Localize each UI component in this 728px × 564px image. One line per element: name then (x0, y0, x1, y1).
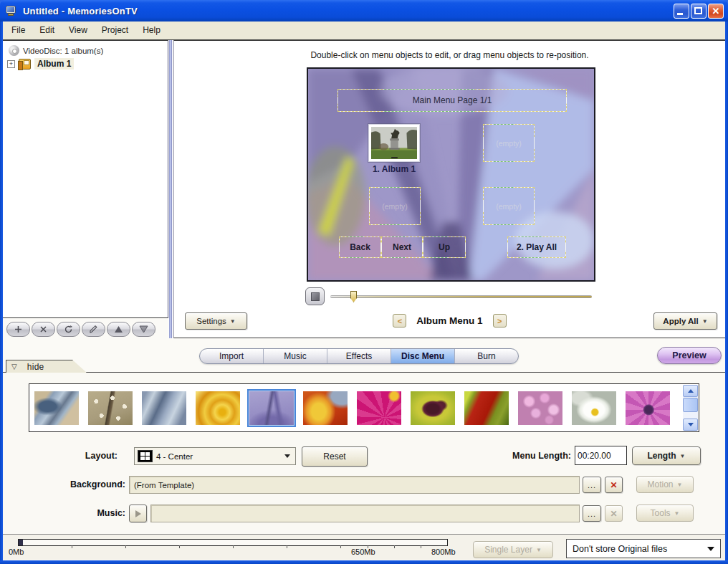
tools-button[interactable]: Tools▼ (636, 505, 694, 522)
stop-button[interactable] (305, 287, 325, 305)
scroll-down-button[interactable] (683, 419, 698, 431)
reset-button[interactable]: Reset (302, 446, 368, 467)
next-menu-button[interactable]: > (493, 314, 507, 328)
disc-menu-preview[interactable]: Main Menu Page 1/1 (307, 67, 595, 282)
template-thumbnail-green-tulip[interactable] (411, 391, 455, 425)
preview-button[interactable]: Preview (657, 347, 722, 364)
slider-thumb[interactable] (350, 291, 357, 302)
prev-menu-button[interactable]: < (393, 314, 406, 328)
capacity-fill (19, 540, 23, 545)
template-thumbnail-pink-blossoms[interactable] (518, 391, 562, 425)
album-icon (19, 59, 31, 70)
template-thumbnail-ribbon-bow[interactable] (34, 391, 79, 425)
panel-splitter[interactable] (168, 40, 173, 338)
dropdown-arrow-icon: ▼ (674, 510, 680, 517)
empty-slot-bottom-right[interactable]: (empty) (483, 187, 535, 225)
template-thumbnail-orange-tulip[interactable] (303, 391, 348, 425)
preview-slider[interactable] (330, 295, 592, 298)
window-frame-bottom (0, 560, 728, 564)
music-browse-button[interactable]: ... (583, 505, 601, 522)
menu-edit[interactable]: Edit (32, 22, 62, 39)
template-thumbnail-red-tulip-leaves[interactable] (464, 391, 509, 425)
capacity-tick (340, 545, 341, 548)
tab-import[interactable]: Import (200, 349, 264, 363)
menu-help[interactable]: Help (135, 22, 168, 39)
store-files-value: Don't store Original files (573, 544, 707, 554)
music-label: Music: (54, 508, 125, 518)
menu-length-input[interactable] (575, 446, 627, 465)
background-field[interactable]: (From Template) (129, 476, 580, 494)
template-thumbnail-list (29, 384, 670, 431)
layout-dropdown[interactable]: 4 - Center (134, 447, 296, 465)
album-tree-panel: VideoDisc: 1 album(s) + Album 1 (3, 40, 168, 318)
maximize-button[interactable] (691, 4, 707, 19)
tree-expand-icon[interactable]: + (7, 60, 15, 68)
filmstrip-scrollbar (683, 385, 698, 431)
tab-effects[interactable]: Effects (327, 349, 391, 363)
length-button[interactable]: Length▼ (632, 446, 701, 465)
template-thumbnail-purple-tulip[interactable] (249, 391, 294, 425)
menu-up-button-object[interactable]: Up (423, 236, 466, 258)
template-thumbnail-purple-daisy[interactable] (626, 391, 670, 425)
template-filmstrip (29, 383, 699, 432)
template-thumbnail-pink-gerbera[interactable] (357, 391, 401, 425)
close-icon: ✕ (712, 6, 720, 16)
apply-all-button-label: Apply All (663, 317, 698, 325)
scroll-down-icon (688, 423, 694, 426)
move-up-button[interactable] (107, 322, 130, 337)
music-clear-button[interactable]: ✕ (605, 505, 623, 522)
close-button[interactable]: ✕ (708, 4, 724, 19)
scrollbar-thumb[interactable] (683, 398, 698, 412)
music-field[interactable] (150, 505, 580, 522)
statue-photo (371, 127, 417, 159)
minimize-button[interactable] (674, 4, 689, 19)
menu-next-button-object[interactable]: Next (381, 236, 423, 258)
scroll-up-button[interactable] (683, 385, 698, 397)
menu-back-button-object[interactable]: Back (339, 236, 381, 258)
empty-slot-label: (empty) (370, 188, 420, 224)
app-icon (6, 6, 19, 16)
background-browse-button[interactable]: ... (583, 477, 601, 493)
template-thumbnail-memory-fabric[interactable] (88, 391, 133, 425)
plus-icon (14, 325, 23, 334)
menu-view[interactable]: View (62, 22, 95, 39)
album-thumbnail-object[interactable] (368, 124, 420, 162)
add-album-button[interactable] (6, 322, 30, 337)
tab-burn[interactable]: Burn (455, 349, 518, 363)
tools-button-label: Tools (651, 508, 671, 518)
store-original-files-dropdown[interactable]: Don't store Original files (566, 539, 721, 558)
capacity-tick (421, 545, 421, 548)
menu-play-all-object[interactable]: 2. Play All (507, 236, 566, 258)
menu-back-label: Back (350, 242, 370, 252)
rotate-icon (64, 325, 73, 334)
move-down-button[interactable] (132, 322, 155, 337)
empty-slot-top-right[interactable]: (empty) (483, 124, 535, 162)
single-layer-button[interactable]: Single Layer▼ (473, 541, 553, 558)
template-thumbnail-blue-ribbon[interactable] (142, 391, 186, 425)
apply-all-button[interactable]: Apply All▼ (653, 312, 717, 330)
edit-button[interactable] (82, 322, 105, 337)
rotate-button[interactable] (57, 322, 80, 337)
motion-button[interactable]: Motion▼ (636, 476, 694, 493)
dropdown-arrow-icon (707, 547, 714, 551)
menu-file[interactable]: File (4, 22, 32, 39)
template-thumbnail-white-flower[interactable] (572, 391, 616, 425)
dropdown-arrow-icon: ▼ (680, 453, 686, 459)
tree-album-item[interactable]: + Album 1 (7, 58, 74, 70)
delete-album-button[interactable] (32, 322, 55, 337)
menu-project[interactable]: Project (95, 22, 135, 39)
tab-disc-menu[interactable]: Disc Menu (391, 349, 455, 363)
stop-icon (311, 292, 320, 301)
content-area: VideoDisc: 1 album(s) + Album 1 (3, 40, 725, 560)
up-triangle-icon (114, 325, 123, 333)
motion-button-label: Motion (648, 479, 674, 489)
music-play-button[interactable] (129, 505, 147, 522)
template-thumbnail-yellow-rose[interactable] (196, 391, 240, 425)
scroll-up-icon (688, 389, 694, 393)
menu-title-object[interactable]: Main Menu Page 1/1 (337, 89, 567, 112)
tree-root-item[interactable]: VideoDisc: 1 album(s) (9, 45, 103, 56)
capacity-tick (233, 545, 234, 548)
tab-music[interactable]: Music (264, 349, 327, 363)
empty-slot-bottom-left[interactable]: (empty) (369, 187, 421, 225)
background-clear-button[interactable]: ✕ (605, 477, 623, 493)
